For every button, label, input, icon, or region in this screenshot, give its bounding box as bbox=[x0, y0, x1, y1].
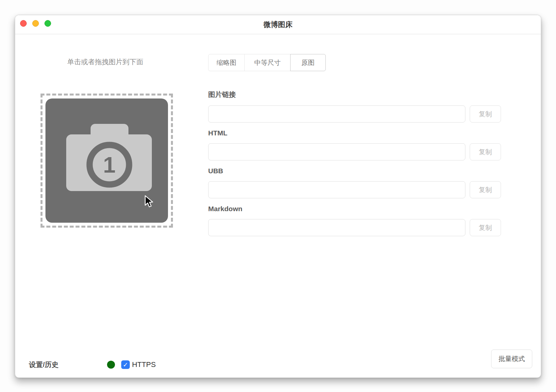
image-count-badge: 1 bbox=[103, 152, 116, 177]
field-image-link: 图片链接 复制 bbox=[208, 90, 515, 123]
app-window: 微博图床 单击或者拖拽图片到下面 1 缩略图 中等尺寸 原图 bbox=[15, 15, 541, 378]
settings-history-link[interactable]: 设置/历史 bbox=[29, 360, 59, 369]
footer-bar: 设置/历史 ✓ HTTPS bbox=[29, 355, 156, 374]
https-label: HTTPS bbox=[132, 360, 156, 369]
size-tabs: 缩略图 中等尺寸 原图 bbox=[208, 54, 326, 71]
status-indicator-dot bbox=[107, 361, 115, 369]
desktop-background: 微博图床 单击或者拖拽图片到下面 1 缩略图 中等尺寸 原图 bbox=[0, 0, 556, 392]
ubb-label: UBB bbox=[208, 167, 515, 175]
image-link-label: 图片链接 bbox=[208, 90, 515, 99]
camera-icon: 1 bbox=[45, 98, 168, 223]
upload-hint: 单击或者拖拽图片到下面 bbox=[67, 57, 143, 67]
checkmark-icon: ✓ bbox=[123, 362, 128, 368]
markdown-input[interactable] bbox=[208, 219, 465, 236]
tab-thumbnail[interactable]: 缩略图 bbox=[208, 54, 245, 71]
copy-image-link-button[interactable]: 复制 bbox=[470, 105, 501, 123]
image-dropzone[interactable]: 1 bbox=[41, 94, 173, 228]
link-fields: 图片链接 复制 HTML 复制 UBB 复制 bbox=[208, 90, 515, 243]
copy-html-button[interactable]: 复制 bbox=[470, 143, 501, 160]
copy-markdown-button[interactable]: 复制 bbox=[470, 219, 501, 236]
ubb-input[interactable] bbox=[208, 181, 465, 198]
image-link-input[interactable] bbox=[208, 105, 465, 123]
html-label: HTML bbox=[208, 129, 515, 137]
batch-mode-button[interactable]: 批量模式 bbox=[491, 350, 532, 368]
titlebar: 微博图床 bbox=[15, 15, 541, 34]
window-title: 微博图床 bbox=[15, 15, 541, 34]
copy-ubb-button[interactable]: 复制 bbox=[470, 181, 501, 198]
tab-medium-size[interactable]: 中等尺寸 bbox=[244, 54, 291, 71]
field-html: HTML 复制 bbox=[208, 129, 515, 160]
field-markdown: Markdown 复制 bbox=[208, 205, 515, 236]
field-ubb: UBB 复制 bbox=[208, 167, 515, 198]
markdown-label: Markdown bbox=[208, 205, 515, 213]
tab-original-image[interactable]: 原图 bbox=[290, 54, 326, 71]
https-checkbox[interactable]: ✓ bbox=[121, 360, 130, 369]
uploaded-image-tile[interactable]: 1 bbox=[45, 98, 168, 223]
html-input[interactable] bbox=[208, 143, 465, 160]
